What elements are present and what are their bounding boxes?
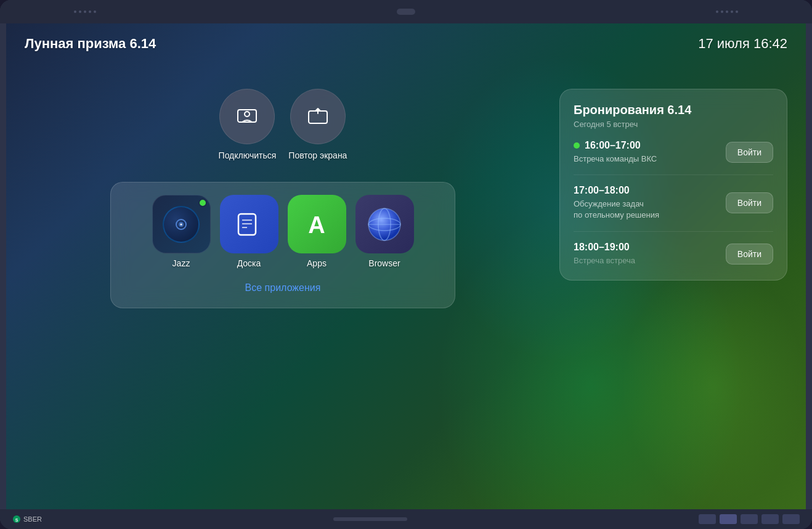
apps-letter-icon: A [300,207,334,241]
person-screen-icon [235,105,259,128]
ctrl-btn-3 [741,514,758,524]
app-item-apps[interactable]: A Apps [288,195,346,268]
booking-info-1: 16:00–17:00 Встреча команды ВКС [574,140,718,165]
whiteboard-icon [233,209,264,240]
svg-point-1 [245,112,250,117]
top-dots-left [74,10,96,13]
screen: Лунная призма 6.14 17 июля 16:42 [6,23,806,509]
booking-item-3: 18:00–19:00 Встреча встреча Войти [574,242,773,266]
booking-item-1: 16:00–17:00 Встреча команды ВКС Войти [574,140,773,175]
svg-text:S: S [15,518,18,522]
connect-label: Подключиться [219,150,277,160]
app-icon-apps: A [288,195,346,253]
screen-share-icon [306,105,330,128]
booking-desc-1: Встреча команды ВКС [574,154,718,165]
header: Лунная призма 6.14 17 июля 16:42 [25,36,787,52]
booking-item-2: 17:00–18:00 Обсуждение задачпо отельному… [574,185,773,231]
app-name-doska: Доска [237,258,261,268]
bookings-panel: Бронирования 6.14 Сегодня 5 встреч 16:00… [559,89,787,281]
camera-sensor [397,9,415,15]
replay-icon-circle [290,89,346,144]
datetime: 17 июля 16:42 [698,36,787,52]
ctrl-btn-4 [761,514,779,524]
device-bottom-bar: S SBER [0,509,812,529]
booking-time-1: 16:00–17:00 [574,140,718,151]
app-item-doska[interactable]: Доска [220,195,278,268]
device-top-bar [0,0,812,23]
app-icon-browser [355,195,414,253]
jazz-status-dot [198,199,207,207]
jazz-cam-circle [163,206,200,243]
ctrl-btn-1 [699,514,716,524]
booking-time-2: 17:00–18:00 [574,185,718,196]
connect-icon-circle [219,89,275,144]
replay-button[interactable]: Повтор экрана [288,89,347,160]
app-name-apps: Apps [307,258,327,268]
app-name-browser: Browser [368,258,400,268]
sber-icon: S [12,515,21,523]
join-button-2[interactable]: Войти [726,192,773,213]
ctrl-btn-2 [720,514,737,524]
join-button-3[interactable]: Войти [726,244,773,264]
replay-label: Повтор экрана [288,150,347,160]
app-title: Лунная призма 6.14 [25,36,156,52]
quick-actions: Подключиться Повтор экрана [219,89,347,160]
booking-time-3: 18:00–19:00 [574,242,718,253]
main-content: Подключиться Повтор экрана [25,89,787,308]
bookings-subtitle: Сегодня 5 встреч [574,120,773,129]
ctrl-btn-5 [782,514,800,524]
connect-button[interactable]: Подключиться [219,89,277,160]
bottom-right-controls [699,514,800,524]
active-indicator [574,142,580,149]
bottom-center-bar [333,517,407,521]
sber-logo: S SBER [12,515,42,523]
app-item-jazz[interactable]: Jazz [152,195,211,268]
booking-desc-2: Обсуждение задачпо отельному решения [574,199,718,221]
left-panel: Подключиться Повтор экрана [25,89,541,308]
app-name-jazz: Jazz [173,258,190,268]
device-frame: Лунная призма 6.14 17 июля 16:42 [0,0,812,529]
booking-desc-3: Встреча встреча [574,255,718,266]
all-apps-button[interactable]: Все приложения [123,277,442,298]
app-item-browser[interactable]: Browser [355,195,414,268]
join-button-1[interactable]: Войти [726,142,773,163]
app-icon-jazz [152,195,211,253]
camera-icon [171,215,191,234]
apps-grid: Jazz [123,195,442,268]
booking-info-3: 18:00–19:00 Встреча встреча [574,242,718,266]
booking-info-2: 17:00–18:00 Обсуждение задачпо отельному… [574,185,718,221]
bookings-title: Бронирования 6.14 [574,103,773,117]
svg-point-5 [181,223,182,225]
svg-text:A: A [308,212,325,238]
app-icon-doska [220,195,278,253]
browser-orb-icon [366,206,403,243]
top-dots-right [716,10,738,13]
screen-content: Лунная призма 6.14 17 июля 16:42 [6,23,806,509]
apps-panel: Jazz [110,182,455,308]
